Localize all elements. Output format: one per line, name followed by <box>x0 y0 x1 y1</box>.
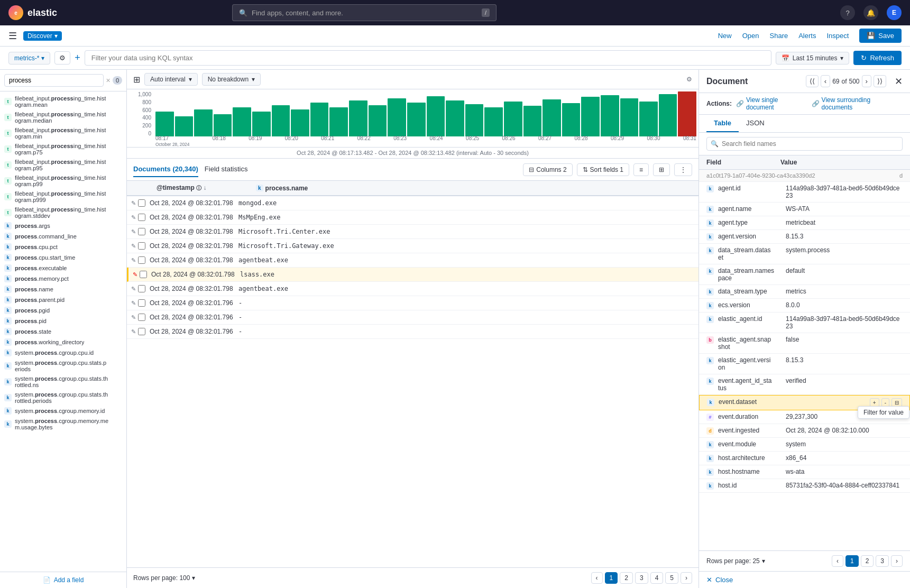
doc-page-1-button[interactable]: 1 <box>845 555 859 567</box>
table-row[interactable]: ✎ Oct 28, 2024 @ 08:32:01.798 agentbeat.… <box>127 282 698 296</box>
doc-field-row[interactable]: k host.architecture x86_64 <box>699 452 910 465</box>
row-checkbox[interactable] <box>138 199 145 207</box>
row-checkbox[interactable] <box>138 228 145 235</box>
table-row[interactable]: ✎ Oct 28, 2024 @ 08:32:01.798 Microsoft.… <box>127 239 698 253</box>
sidebar-field-item[interactable]: t filebeat_input.processing_time.histogr… <box>0 189 126 205</box>
index-pattern-selector[interactable]: metrics-* ▾ <box>8 52 50 65</box>
sidebar-field-item[interactable]: k system.process.cgroup.cpu.stats.thrott… <box>0 390 126 406</box>
row-checkbox[interactable] <box>138 242 145 250</box>
next-doc-page-button[interactable]: › <box>891 555 903 567</box>
table-row[interactable]: ✎ Oct 28, 2024 @ 08:32:01.798 MsMpEng.ex… <box>127 210 698 225</box>
sidebar-field-item[interactable]: k system.process.cgroup.cpu.id <box>0 347 126 358</box>
doc-field-row[interactable]: k agent.type metricbeat <box>699 216 910 230</box>
view-single-doc-link[interactable]: 🔗 View single document <box>736 96 807 111</box>
doc-field-row[interactable]: k host.hostname ws-ata <box>699 465 910 479</box>
new-link[interactable]: New <box>718 32 732 40</box>
sidebar-field-item[interactable]: k process.working_directory <box>0 337 126 347</box>
sidebar-clear-button[interactable]: ✕ <box>106 77 111 84</box>
next-page-button[interactable]: › <box>681 572 692 584</box>
tab-json[interactable]: JSON <box>739 115 772 132</box>
expand-row-icon[interactable]: ✎ <box>131 314 136 321</box>
auto-interval-selector[interactable]: Auto interval ▾ <box>144 73 198 86</box>
row-height-button[interactable]: ≡ <box>633 163 649 176</box>
timestamp-column-header[interactable]: @timestamp ⓘ ↓ <box>157 184 252 192</box>
sidebar-field-item[interactable]: k process.cpu.pct <box>0 242 126 252</box>
sidebar-field-item[interactable]: k system.process.cgroup.memory.id <box>0 406 126 416</box>
sidebar-field-item[interactable]: t filebeat_input.processing_time.histogr… <box>0 157 126 173</box>
elastic-logo[interactable]: e elastic <box>8 5 57 20</box>
kql-search-input[interactable] <box>85 50 771 66</box>
save-button[interactable]: 💾 Save <box>859 29 902 43</box>
table-row[interactable]: ✎ Oct 28, 2024 @ 08:32:01.798 mongod.exe <box>127 196 698 210</box>
doc-field-row[interactable]: k event.agent_id_status verified <box>699 374 910 395</box>
filter-options-button[interactable]: ⚙ <box>54 51 70 65</box>
doc-field-row[interactable]: k agent.name WS-ATA <box>699 203 910 216</box>
table-row[interactable]: ✎ Oct 28, 2024 @ 08:32:01.796 - <box>127 325 698 339</box>
prev-doc-page-button[interactable]: ‹ <box>832 555 843 567</box>
doc-rows-per-page[interactable]: Rows per page: 25 ▾ <box>706 557 765 565</box>
add-filter-button[interactable]: + <box>75 52 80 63</box>
doc-page-3-button[interactable]: 3 <box>876 555 889 567</box>
tab-table[interactable]: Table <box>706 115 739 132</box>
sidebar-field-item[interactable]: k process.cpu.start_time <box>0 252 126 263</box>
doc-field-row[interactable]: k data_stream.dataset system.process <box>699 244 910 264</box>
inspect-link[interactable]: Inspect <box>826 32 849 40</box>
row-checkbox[interactable] <box>140 271 147 278</box>
page-4-button[interactable]: 4 <box>650 572 664 584</box>
table-toggle-icon[interactable]: ⊞ <box>133 75 140 85</box>
view-surrounding-docs-link[interactable]: 🔗 View surrounding documents <box>812 96 903 111</box>
sidebar-field-item[interactable]: t filebeat_input.processing_time.histogr… <box>0 94 126 109</box>
expand-row-icon[interactable]: ✎ <box>131 300 136 307</box>
sidebar-search-input[interactable] <box>4 74 104 87</box>
sidebar-field-item[interactable]: t filebeat_input.processing_time.histogr… <box>0 125 126 141</box>
sidebar-field-item[interactable]: k process.memory.pct <box>0 273 126 284</box>
sidebar-field-item[interactable]: k process.parent.pid <box>0 295 126 305</box>
sidebar-field-item[interactable]: k system.process.cgroup.cpu.stats.period… <box>0 358 126 374</box>
open-link[interactable]: Open <box>742 32 759 40</box>
columns-button[interactable]: ⊟ Columns 2 <box>523 163 572 176</box>
filter-for-value-tooltip[interactable]: Filter for value <box>858 406 909 419</box>
row-checkbox[interactable] <box>138 299 145 307</box>
process-name-column-header[interactable]: k process.name <box>256 185 694 192</box>
doc-field-row[interactable]: k elastic_agent.id 114a99a8-3d97-481a-be… <box>699 313 910 333</box>
row-checkbox[interactable] <box>138 214 145 221</box>
page-3-button[interactable]: 3 <box>635 572 648 584</box>
table-row[interactable]: ✎ Oct 28, 2024 @ 08:32:01.796 - <box>127 296 698 310</box>
doc-field-row[interactable]: k data_stream.type metrics <box>699 285 910 299</box>
first-doc-button[interactable]: ⟨⟨ <box>806 75 819 87</box>
doc-field-row-event-dataset[interactable]: k event.dataset + - ⊟ Filter for value <box>699 395 910 410</box>
doc-field-row[interactable]: k data_stream.namespace default <box>699 264 910 285</box>
page-5-button[interactable]: 5 <box>665 572 678 584</box>
doc-page-2-button[interactable]: 2 <box>861 555 874 567</box>
doc-field-row[interactable]: k event.module system <box>699 438 910 452</box>
sidebar-field-item[interactable]: t filebeat_input.processing_time.histogr… <box>0 205 126 221</box>
global-search-bar[interactable]: 🔍 Find apps, content, and more. / <box>232 4 497 21</box>
field-name-search-input[interactable] <box>706 137 903 151</box>
no-breakdown-selector[interactable]: No breakdown ▾ <box>202 73 261 86</box>
time-range-selector[interactable]: 📅 Last 15 minutes ▾ <box>776 52 850 65</box>
close-panel-button[interactable]: ✕ <box>895 76 903 87</box>
expand-row-icon[interactable]: ✎ <box>131 243 136 250</box>
sidebar-field-item[interactable]: k process.args <box>0 221 126 231</box>
page-1-button[interactable]: 1 <box>605 572 618 584</box>
rows-per-page-selector[interactable]: Rows per page: 100 ▾ <box>133 574 195 582</box>
expand-row-icon[interactable]: ✎ <box>131 200 136 207</box>
table-row[interactable]: ✎ Oct 28, 2024 @ 08:32:01.798 lsass.exe <box>127 268 698 282</box>
notifications-icon[interactable]: 🔔 <box>863 5 878 20</box>
doc-field-row[interactable]: k elastic_agent.version 8.15.3 <box>699 354 910 374</box>
doc-field-row[interactable]: k agent.id 114a99a8-3d97-481a-bed6-50d6b… <box>699 182 910 203</box>
doc-field-row[interactable]: k host.id 85731fa2-53f0-40a4-8884-ceff02… <box>699 479 910 493</box>
expand-row-icon[interactable]: ✎ <box>131 328 136 335</box>
doc-field-row[interactable]: k ecs.version 8.0.0 <box>699 299 910 313</box>
expand-row-icon[interactable]: ✎ <box>131 228 136 235</box>
row-checkbox[interactable] <box>138 256 145 264</box>
hamburger-menu-icon[interactable]: ☰ <box>8 30 17 42</box>
prev-page-button[interactable]: ‹ <box>591 572 603 584</box>
sidebar-field-item[interactable]: t filebeat_input.processing_time.histogr… <box>0 109 126 125</box>
prev-doc-button[interactable]: ‹ <box>821 75 830 87</box>
expand-row-icon[interactable]: ✎ <box>131 286 136 292</box>
sidebar-field-item[interactable]: k system.process.cgroup.memory.mem.usage… <box>0 416 126 432</box>
sidebar-field-item[interactable]: k process.pid <box>0 316 126 326</box>
sidebar-field-item[interactable]: t filebeat_input.processing_time.histogr… <box>0 173 126 189</box>
sidebar-field-item[interactable]: k system.process.cgroup.cpu.stats.thrott… <box>0 374 126 390</box>
